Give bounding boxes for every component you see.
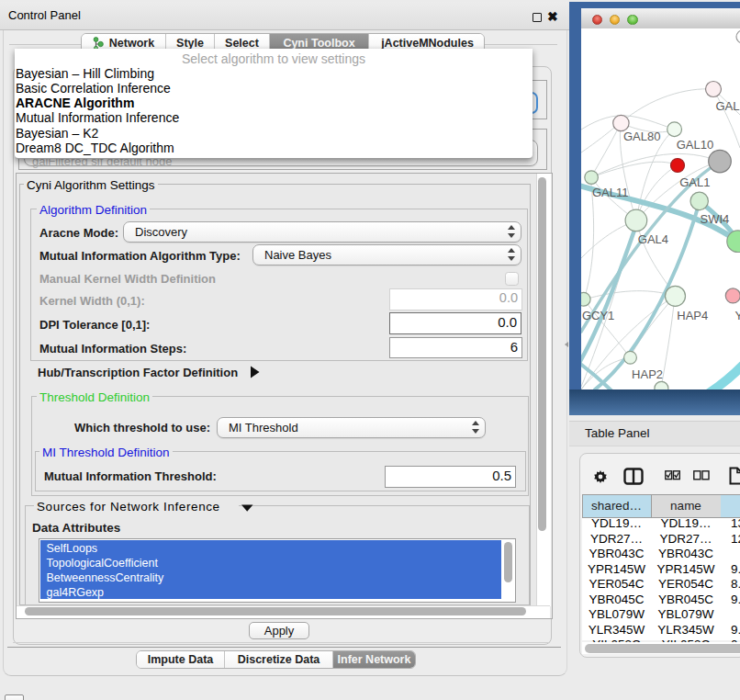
svg-text:HAP4: HAP4 [677,309,708,322]
svg-text:GAL1: GAL1 [679,175,710,189]
svg-text:GAL2: GAL2 [716,99,740,113]
svg-text:GAL11: GAL11 [592,186,629,199]
svg-text:Y: Y [735,309,740,322]
svg-text:GAL80: GAL80 [623,130,660,143]
svg-text:GAL4: GAL4 [638,232,668,246]
svg-text:SWI4: SWI4 [701,212,730,226]
svg-text:GCY1: GCY1 [582,309,614,322]
svg-text:GAL10: GAL10 [677,138,713,152]
svg-text:HAP2: HAP2 [632,367,663,381]
